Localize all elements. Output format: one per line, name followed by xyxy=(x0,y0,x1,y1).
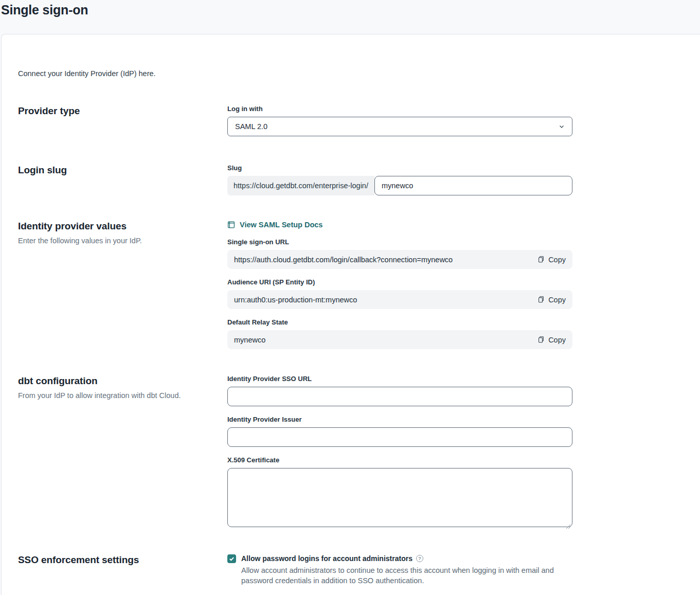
slug-input[interactable] xyxy=(374,176,572,195)
slug-input-group: https://cloud.getdbt.com/enterprise-logi… xyxy=(227,176,572,195)
help-question-icon[interactable]: ? xyxy=(416,555,423,562)
allow-password-logins-checkbox[interactable] xyxy=(227,554,236,563)
copy-icon xyxy=(537,336,545,344)
allow-password-logins-row: Allow password logins for account admini… xyxy=(227,554,572,586)
dbt-configuration-subheading: From your IdP to allow integration with … xyxy=(18,391,212,401)
section-provider-type: Provider type Log in with SAML 2.0 xyxy=(18,105,700,136)
section-idp-values: Identity provider values Enter the follo… xyxy=(18,220,700,349)
sso-url-field: Single sign-on URL https://auth.cloud.ge… xyxy=(227,238,572,269)
provider-type-heading: Provider type xyxy=(18,105,212,117)
idp-issuer-input[interactable] xyxy=(227,427,572,447)
section-login-slug: Login slug Slug https://cloud.getdbt.com… xyxy=(18,164,700,195)
idp-sso-url-field: Identity Provider SSO URL xyxy=(227,375,572,406)
page-header: Single sign-on xyxy=(0,0,700,34)
chevron-down-icon xyxy=(559,123,565,130)
relay-state-value-box: mynewco Copy xyxy=(227,330,572,349)
sso-url-value: https://auth.cloud.getdbt.com/login/call… xyxy=(234,256,453,264)
copy-relay-state-button[interactable]: Copy xyxy=(537,336,566,344)
checkmark-icon xyxy=(229,556,235,562)
x509-certificate-label: X.509 Certificate xyxy=(227,456,572,464)
section-dbt-configuration: dbt configuration From your IdP to allow… xyxy=(18,375,700,529)
audience-uri-field: Audience URI (SP Entity ID) urn:auth0:us… xyxy=(227,278,572,309)
copy-icon xyxy=(537,256,545,263)
idp-sso-url-label: Identity Provider SSO URL xyxy=(227,375,572,383)
relay-state-value: mynewco xyxy=(234,336,265,344)
x509-certificate-field: X.509 Certificate xyxy=(227,456,572,529)
idp-values-subheading: Enter the following values in your IdP. xyxy=(18,236,212,246)
view-saml-setup-docs-link[interactable]: View SAML Setup Docs xyxy=(227,220,322,229)
idp-issuer-label: Identity Provider Issuer xyxy=(227,416,572,424)
idp-values-heading: Identity provider values xyxy=(18,220,212,232)
audience-uri-label: Audience URI (SP Entity ID) xyxy=(227,278,572,286)
allow-password-logins-description: Allow account administrators to continue… xyxy=(241,565,566,586)
relay-state-field: Default Relay State mynewco Copy xyxy=(227,318,572,349)
audience-uri-value-box: urn:auth0:us-production-mt:mynewco Copy xyxy=(227,290,572,309)
page-title: Single sign-on xyxy=(1,2,700,17)
allow-password-logins-label[interactable]: Allow password logins for account admini… xyxy=(241,554,412,563)
idp-issuer-field: Identity Provider Issuer xyxy=(227,416,572,447)
provider-type-selected-value: SAML 2.0 xyxy=(235,122,267,131)
dbt-configuration-heading: dbt configuration xyxy=(18,375,212,387)
log-in-with-label: Log in with xyxy=(227,105,572,113)
sso-enforcement-heading: SSO enforcement settings xyxy=(18,554,212,566)
login-slug-heading: Login slug xyxy=(18,164,212,176)
notebook-icon xyxy=(227,221,235,229)
audience-uri-value: urn:auth0:us-production-mt:mynewco xyxy=(234,296,357,304)
slug-url-prefix: https://cloud.getdbt.com/enterprise-logi… xyxy=(227,176,374,195)
settings-card: Connect your Identity Provider (IdP) her… xyxy=(1,34,700,595)
idp-sso-url-input[interactable] xyxy=(227,387,572,406)
slug-label: Slug xyxy=(227,164,572,172)
provider-type-select[interactable]: SAML 2.0 xyxy=(227,117,572,136)
copy-sso-url-button[interactable]: Copy xyxy=(537,256,566,264)
x509-certificate-textarea[interactable] xyxy=(227,468,572,527)
copy-icon xyxy=(537,296,545,303)
sso-url-value-box: https://auth.cloud.getdbt.com/login/call… xyxy=(227,250,572,269)
intro-text: Connect your Identity Provider (IdP) her… xyxy=(18,69,700,79)
relay-state-label: Default Relay State xyxy=(227,318,572,327)
copy-audience-uri-button[interactable]: Copy xyxy=(537,296,566,304)
sso-url-label: Single sign-on URL xyxy=(227,238,572,246)
docs-link-label: View SAML Setup Docs xyxy=(240,220,322,229)
section-sso-enforcement: SSO enforcement settings Allow password … xyxy=(18,554,700,586)
